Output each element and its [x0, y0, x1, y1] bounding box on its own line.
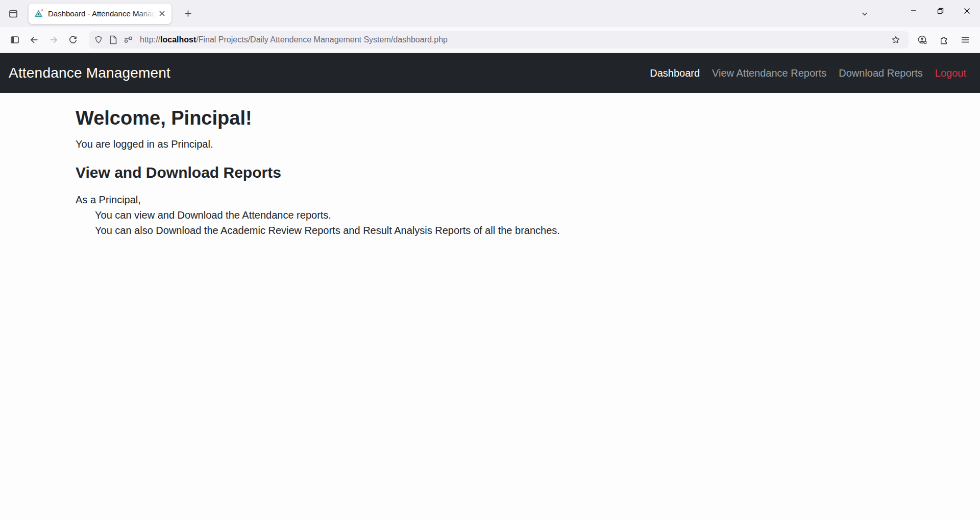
tab-close-button[interactable] [155, 7, 168, 20]
shield-icon[interactable] [94, 35, 103, 44]
window-close-icon [964, 8, 970, 14]
minimize-icon [911, 8, 917, 14]
nav-link-view-attendance-reports[interactable]: View Attendance Reports [712, 67, 826, 79]
welcome-heading: Welcome, Pincipal! [76, 107, 960, 130]
navigation-toolbar: http://localhost/Final Projects/Daily At… [0, 27, 980, 53]
bookmark-star-icon [891, 35, 900, 44]
reports-line-3: You can also Download the Academic Revie… [76, 223, 960, 238]
attendance-favicon [34, 9, 43, 18]
permissions-icon[interactable] [124, 36, 134, 44]
reports-description: As a Principal, You can view and Downloa… [76, 192, 960, 238]
url-text[interactable]: http://localhost/Final Projects/Daily At… [140, 35, 888, 44]
bookmark-button[interactable] [888, 32, 903, 48]
restore-button[interactable] [927, 0, 953, 21]
new-tab-button[interactable] [179, 5, 197, 23]
nav-link-dashboard[interactable]: Dashboard [650, 67, 700, 79]
account-icon [917, 35, 927, 45]
welcome-subtext: You are logged in as Principal. [76, 138, 960, 150]
tab-close-icon [159, 11, 165, 16]
browser-window: Dashboard - Attendance Manag [0, 0, 980, 521]
tab-overview-icon [8, 9, 18, 19]
reports-section-heading: View and Download Reports [76, 164, 960, 181]
sidebar-toggle-icon [10, 35, 20, 45]
site-navbar: Attendance Management Dashboard View Att… [0, 53, 980, 93]
reports-line-1: As a Principal, [76, 192, 960, 207]
menu-button[interactable] [957, 31, 974, 49]
forward-icon [49, 35, 58, 44]
site-nav-links: Dashboard View Attendance Reports Downlo… [650, 67, 966, 79]
url-path: /Final Projects/Daily Attendence Managem… [196, 35, 448, 44]
nav-link-download-reports[interactable]: Download Reports [839, 67, 923, 79]
reload-button[interactable] [64, 31, 82, 49]
url-host: localhost [160, 35, 196, 44]
tabs-chevron-icon [861, 10, 868, 17]
menu-icon [961, 36, 970, 44]
back-icon [30, 35, 39, 44]
url-scheme: http:// [140, 35, 160, 44]
minimize-button[interactable] [900, 0, 927, 21]
restore-icon [937, 8, 944, 14]
url-bar[interactable]: http://localhost/Final Projects/Daily At… [89, 31, 909, 49]
tab-title-fade [138, 9, 155, 19]
tab-overview-button[interactable] [4, 5, 22, 23]
list-all-tabs-button[interactable] [855, 5, 874, 23]
account-button[interactable] [914, 31, 931, 49]
window-controls [900, 0, 980, 27]
browser-tab[interactable]: Dashboard - Attendance Manag [29, 4, 172, 24]
extensions-button[interactable] [935, 31, 952, 49]
forward-button[interactable] [45, 31, 62, 49]
sidebar-toggle-button[interactable] [6, 31, 23, 49]
extensions-icon [939, 35, 949, 45]
page-content: Welcome, Pincipal! You are logged in as … [0, 93, 980, 521]
reload-icon [68, 35, 78, 44]
new-tab-icon [184, 10, 192, 17]
site-brand: Attendance Management [9, 65, 170, 81]
window-close-button[interactable] [953, 0, 980, 21]
tab-bar: Dashboard - Attendance Manag [0, 0, 980, 27]
back-button[interactable] [26, 31, 43, 49]
reports-line-2: You can view and Download the Attendance… [76, 207, 960, 223]
page-icon[interactable] [109, 35, 117, 44]
nav-link-logout[interactable]: Logout [935, 67, 966, 79]
tab-title: Dashboard - Attendance Manag [48, 9, 155, 19]
urlbar-security-icons [94, 35, 134, 44]
toolbar-right-cluster [914, 31, 974, 49]
